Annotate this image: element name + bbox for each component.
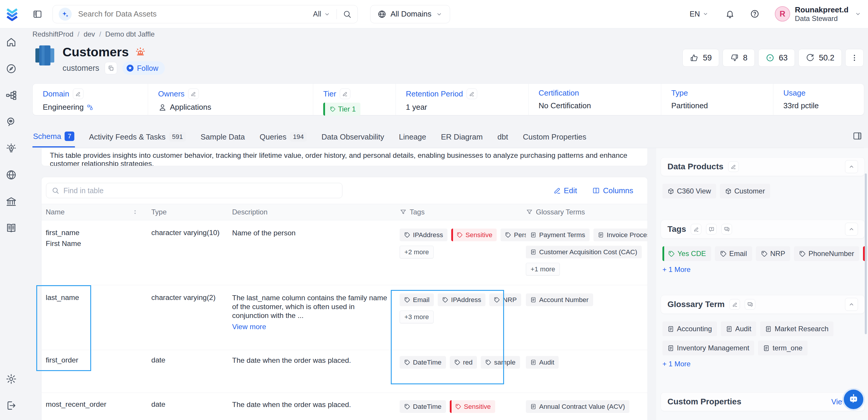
glossary-more-link[interactable]: + 1 More [662,360,863,368]
tag-chip[interactable]: Sensitive [450,400,495,413]
term-chip[interactable]: Audit [526,356,559,369]
nav-observability-icon[interactable] [5,116,18,128]
table-row[interactable]: last_name character varying(2) The last_… [41,285,647,350]
term-chip[interactable]: Account Number [526,294,593,306]
more-chip[interactable]: +3 more [400,310,434,323]
notifications-bell-icon[interactable] [725,9,735,19]
find-in-table-input[interactable] [63,186,337,195]
freshness-button[interactable]: 50.2 [798,49,842,67]
help-icon[interactable] [750,9,760,19]
all-domains-dropdown[interactable]: All Domains [370,5,450,23]
collapse-panel-button[interactable] [845,298,858,311]
column-header-type[interactable]: Type [151,204,232,220]
tab-lineage[interactable]: Lineage [398,129,427,148]
column-name[interactable]: most_recent_order [46,400,144,409]
column-name[interactable]: last_name [46,294,144,302]
tab-custom-properties[interactable]: Custom Properties [522,129,587,148]
edit-tags-button[interactable] [691,224,701,235]
tag-chip[interactable]: Email [715,246,752,261]
term-chip[interactable]: Accounting [662,322,717,336]
tag-chip[interactable]: IPAddress [438,294,486,306]
tags-help-comment-button[interactable] [706,224,717,235]
score-button[interactable]: 63 [758,49,795,67]
tag-chip[interactable]: red [450,356,477,369]
breadcrumb-connection[interactable]: RedshiftProd [32,30,73,38]
term-chip[interactable]: term_one [758,341,807,355]
edit-tier-button[interactable] [340,88,350,99]
tags-more-link[interactable]: + 1 More [662,266,863,274]
tier-chip[interactable]: Tier 1 [323,102,361,116]
alert-siren-icon[interactable] [135,47,146,58]
tags-comments-button[interactable] [721,224,732,235]
search-icon[interactable] [343,10,351,19]
more-chip[interactable]: +2 more [400,246,434,258]
domain-value[interactable]: Engineering [43,102,84,112]
edit-table-button[interactable]: Edit [553,186,577,195]
tab-data-observability[interactable]: Data Observability [321,129,384,148]
tag-chip[interactable]: NRP [489,294,521,306]
tab-er-diagram[interactable]: ER Diagram [440,129,484,148]
settings-gear-icon[interactable] [5,373,18,385]
nav-workflows-icon[interactable] [5,89,18,101]
more-chip[interactable]: +1 more [526,263,560,275]
tab-sample-data[interactable]: Sample Data [200,129,245,148]
nav-governance-bank-icon[interactable] [5,195,18,208]
term-chip[interactable]: Market Research [760,322,834,336]
nav-home-icon[interactable] [5,36,18,49]
chevron-down-icon[interactable] [855,10,862,18]
tag-chip[interactable]: PhoneNumber [794,246,859,261]
collapse-panel-button[interactable] [845,160,858,173]
nav-insights-bulb-icon[interactable] [5,142,18,154]
chatbot-button[interactable] [842,388,865,411]
nav-glossary-book-icon[interactable] [5,222,18,234]
term-chip[interactable]: Payment Terms [526,229,590,241]
breadcrumb-schema[interactable]: dev [84,30,95,38]
edit-data-products-button[interactable] [728,161,739,172]
ai-sparkle-icon[interactable] [59,8,72,21]
link-icon[interactable] [87,104,93,111]
term-chip[interactable]: Audit [721,322,756,336]
term-chip[interactable]: Customer Acquisition Cost (CAC) [526,246,642,258]
atlan-logo[interactable] [5,7,20,22]
scrollbar-thumb[interactable] [865,173,867,334]
tag-chip[interactable]: Yes CDE [662,246,711,261]
collapse-panel-button[interactable] [845,223,858,236]
tab-schema[interactable]: Schema7 [32,129,75,148]
term-chip[interactable]: Inventory Management [662,341,754,355]
global-search-input[interactable] [78,9,313,19]
tab-activity-feeds-tasks[interactable]: Activity Feeds & Tasks591 [89,129,186,148]
column-name[interactable]: first_name [46,229,144,237]
sidebar-toggle-icon[interactable] [32,9,42,19]
tag-chip[interactable]: DateTime [400,356,446,369]
owners-value[interactable]: Applications [170,102,211,112]
more-actions-button[interactable] [845,49,864,67]
box-chip[interactable]: Customer [720,184,770,199]
tag-chip[interactable]: IPAddress [400,229,447,241]
columns-button[interactable]: Columns [592,186,633,195]
edit-owners-button[interactable] [188,88,199,99]
upvote-button[interactable]: 59 [682,49,719,67]
term-chip[interactable]: Annual Contract Value (ACV) [526,400,629,413]
column-name[interactable]: first_order [46,356,144,364]
find-in-table-field[interactable] [46,183,342,198]
tag-chip[interactable]: DateTime [400,400,446,413]
edit-domain-button[interactable] [73,88,84,99]
view-more-link[interactable]: View more [232,323,392,331]
breadcrumb-database[interactable]: Demo dbt Jaffle [105,30,155,38]
sort-icon[interactable] [132,209,138,215]
search-scope-dropdown[interactable]: All [313,10,331,18]
column-header-tags[interactable]: Tags [400,204,526,220]
language-dropdown[interactable]: EN [689,10,709,18]
filter-icon[interactable] [526,209,533,216]
box-chip[interactable]: C360 View [662,184,716,199]
table-row[interactable]: first_order date The date when the order… [41,350,647,393]
table-row[interactable]: most_recent_order date The date when the… [41,393,647,420]
tag-chip[interactable]: Email [400,294,434,306]
user-menu[interactable]: Rounakpreet.d Data Steward [795,6,848,22]
copy-name-button[interactable] [105,62,117,74]
nav-explore-compass-icon[interactable] [5,63,18,75]
edit-glossary-button[interactable] [730,299,740,310]
glossary-comments-button[interactable] [745,299,755,310]
term-chip[interactable]: Invoice Processing [593,229,648,241]
column-header-name[interactable]: Name [41,204,151,220]
